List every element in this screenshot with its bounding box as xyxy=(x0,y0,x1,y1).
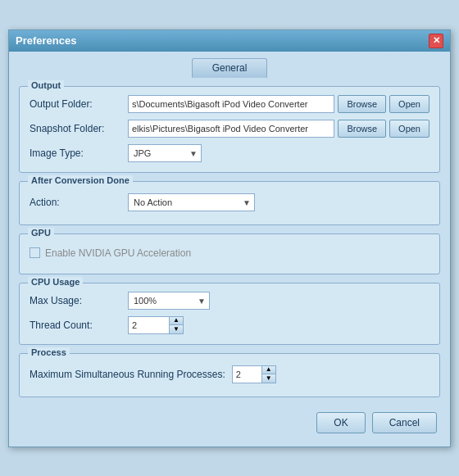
process-section: Process Maximum Simultaneous Running Pro… xyxy=(19,353,440,397)
thread-count-decrement[interactable]: ▼ xyxy=(170,325,183,333)
thread-count-row: Thread Count: 2 ▲ ▼ xyxy=(30,316,429,334)
max-usage-select[interactable]: 100% ▼ xyxy=(128,292,210,310)
gpu-checkbox-label: Enable NVIDIA GPU Acceleration xyxy=(45,247,191,259)
image-type-row: Image Type: JPG ▼ xyxy=(30,144,429,162)
output-folder-label: Output Folder: xyxy=(30,98,128,110)
gpu-section-label: GPU xyxy=(28,228,54,238)
max-usage-row: Max Usage: 100% ▼ xyxy=(30,292,429,310)
gpu-section: GPU Enable NVIDIA GPU Acceleration xyxy=(19,233,440,274)
image-type-dropdown-icon: ▼ xyxy=(189,148,198,157)
max-processes-row: Maximum Simultaneous Running Processes: … xyxy=(30,362,429,387)
ok-button[interactable]: OK xyxy=(316,412,365,433)
process-section-label: Process xyxy=(28,347,70,357)
cpu-section-label: CPU Usage xyxy=(28,277,83,287)
title-bar: Preferences ✕ xyxy=(9,30,450,52)
image-type-select-wrapper: JPG ▼ xyxy=(128,144,202,162)
gpu-checkbox-row: Enable NVIDIA GPU Acceleration xyxy=(30,243,429,264)
image-type-select[interactable]: JPG ▼ xyxy=(128,144,202,162)
gpu-checkbox[interactable] xyxy=(30,247,40,258)
thread-count-label: Thread Count: xyxy=(30,320,128,331)
tab-bar: General xyxy=(19,58,440,78)
action-select[interactable]: No Action ▼ xyxy=(128,193,255,211)
snapshot-folder-input[interactable] xyxy=(128,120,334,138)
action-row: Action: No Action ▼ xyxy=(30,190,429,215)
thread-count-spinner: 2 ▲ ▼ xyxy=(128,316,184,334)
output-section-label: Output xyxy=(28,80,64,90)
max-usage-select-wrapper: 100% ▼ xyxy=(128,292,210,310)
max-usage-dropdown-icon: ▼ xyxy=(198,296,206,305)
action-label: Action: xyxy=(30,197,128,208)
snapshot-folder-open-button[interactable]: Open xyxy=(389,120,429,138)
tab-general[interactable]: General xyxy=(192,58,268,78)
snapshot-folder-label: Snapshot Folder: xyxy=(30,123,128,134)
snapshot-folder-row: Snapshot Folder: Browse Open xyxy=(30,120,429,138)
max-processes-label: Maximum Simultaneous Running Processes: xyxy=(30,369,225,380)
preferences-dialog: Preferences ✕ General Output Output Fold… xyxy=(8,29,451,447)
max-processes-spinner-buttons: ▲ ▼ xyxy=(261,365,276,383)
snapshot-folder-browse-button[interactable]: Browse xyxy=(338,120,386,138)
output-section: Output Output Folder: Browse Open Snapsh… xyxy=(19,86,440,173)
cancel-button[interactable]: Cancel xyxy=(372,412,437,433)
output-folder-row: Output Folder: Browse Open xyxy=(30,95,429,113)
cpu-section: CPU Usage Max Usage: 100% ▼ Thread Count… xyxy=(19,283,440,345)
action-select-wrapper: No Action ▼ xyxy=(128,193,255,211)
after-conversion-section-label: After Conversion Done xyxy=(28,175,133,185)
output-folder-open-button[interactable]: Open xyxy=(389,95,429,113)
dialog-footer: OK Cancel xyxy=(19,406,440,437)
output-folder-browse-button[interactable]: Browse xyxy=(338,95,386,113)
action-dropdown-icon: ▼ xyxy=(243,197,251,206)
thread-count-spinner-buttons: ▲ ▼ xyxy=(169,316,184,334)
max-usage-label: Max Usage: xyxy=(30,295,128,306)
after-conversion-section: After Conversion Done Action: No Action … xyxy=(19,181,440,225)
thread-count-value: 2 xyxy=(128,316,169,334)
dialog-body: General Output Output Folder: Browse Ope… xyxy=(9,52,450,447)
max-processes-decrement[interactable]: ▼ xyxy=(262,374,275,383)
thread-count-increment[interactable]: ▲ xyxy=(170,317,183,325)
output-folder-input[interactable] xyxy=(128,95,334,113)
image-type-label: Image Type: xyxy=(30,147,128,159)
max-processes-spinner: 2 ▲ ▼ xyxy=(232,365,276,383)
close-button[interactable]: ✕ xyxy=(429,34,443,48)
dialog-title: Preferences xyxy=(16,34,76,47)
max-processes-value: 2 xyxy=(232,365,261,383)
max-processes-increment[interactable]: ▲ xyxy=(262,366,275,374)
